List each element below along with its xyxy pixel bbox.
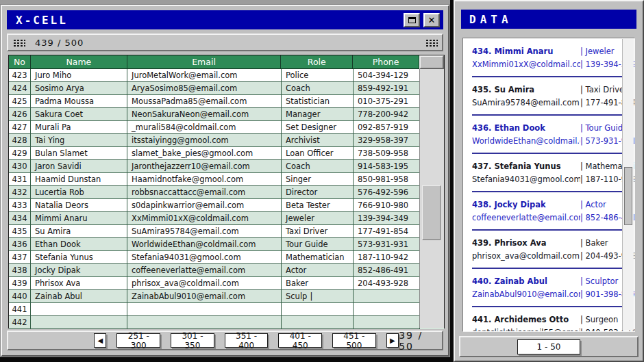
cell-phone[interactable] xyxy=(354,303,420,316)
cell-email[interactable]: Haamidnotfake@gmool.com xyxy=(127,173,282,186)
page-range-button[interactable]: 401 - 450 xyxy=(278,333,322,348)
cell-phone[interactable]: 329-958-397 xyxy=(354,134,420,147)
cell-role[interactable]: Loan Officer xyxy=(282,147,354,160)
cell-role[interactable]: Taxi Driver xyxy=(282,225,354,238)
grip-icon-left[interactable] xyxy=(12,38,25,47)
cell-email[interactable] xyxy=(127,316,282,329)
cell-role[interactable]: Director xyxy=(282,186,354,199)
cell-name[interactable]: Bulan Slamet xyxy=(31,147,127,160)
cell-email[interactable] xyxy=(127,303,282,316)
page-range-button[interactable]: 301 - 350 xyxy=(171,333,214,348)
cell-name[interactable]: Lucertia Rob xyxy=(31,186,127,199)
cell-name[interactable]: Mimmi Anaru xyxy=(31,212,127,225)
cell-phone[interactable]: 204-493-928 xyxy=(354,277,420,290)
cell-role[interactable]: Tour Guide xyxy=(282,238,354,251)
cell-phone[interactable]: 852-486-491 xyxy=(354,264,420,277)
cell-phone[interactable]: 573-931-931 xyxy=(354,238,420,251)
cell-name[interactable]: Natalia Deors xyxy=(31,199,127,212)
cell-name[interactable]: Jocky Dipak xyxy=(31,264,127,277)
cell-no[interactable]: 434 xyxy=(9,212,31,225)
cell-email[interactable]: s0dapinkwarrior@email.com xyxy=(127,199,282,212)
cell-email[interactable]: _murali584@coldmail.com xyxy=(127,121,282,134)
data-titlebar[interactable]: DATA xyxy=(461,10,636,29)
cell-no[interactable]: 431 xyxy=(9,173,31,186)
cell-role[interactable]: Actor xyxy=(282,264,354,277)
cell-no[interactable]: 428 xyxy=(9,134,31,147)
cell-name[interactable]: Su Amira xyxy=(31,225,127,238)
cell-name[interactable]: Tai Ying xyxy=(31,134,127,147)
cell-role[interactable]: Manager xyxy=(282,108,354,121)
prev-page-button[interactable]: ◀ xyxy=(94,333,106,348)
cell-phone[interactable]: 010-375-291 xyxy=(354,95,420,108)
cell-role[interactable]: Jeweler xyxy=(282,212,354,225)
cell-name[interactable]: Padma Moussa xyxy=(31,95,127,108)
grip-icon-right[interactable] xyxy=(425,38,438,47)
next-page-button[interactable]: ▶ xyxy=(386,333,399,348)
cell-no[interactable]: 424 xyxy=(9,82,31,95)
maximize-button[interactable] xyxy=(404,13,420,27)
cell-phone[interactable]: 766-910-980 xyxy=(354,199,420,212)
page-range-button[interactable]: 351 - 400 xyxy=(225,333,269,348)
cell-phone[interactable]: 139-394-349 xyxy=(354,212,420,225)
cell-role[interactable]: Sculp| xyxy=(282,290,354,303)
cell-name[interactable]: Sakura Coet xyxy=(31,108,127,121)
cell-email[interactable]: NeonSakuraNeon@email.com xyxy=(127,108,282,121)
cell-email[interactable]: SuAmira95784@email.com xyxy=(127,225,282,238)
cell-name[interactable]: Phrisox Ava xyxy=(31,277,127,290)
cell-email[interactable]: MoussaPadma85@email.com xyxy=(127,95,282,108)
data-scrollbar-thumb[interactable] xyxy=(624,167,632,225)
cell-email[interactable]: WorldwideEthan@coldmail.com xyxy=(127,238,282,251)
cell-name[interactable]: Zainab Abul xyxy=(31,290,127,303)
cell-phone[interactable]: 914-583-195 xyxy=(354,160,420,173)
table-vertical-scrollbar[interactable] xyxy=(419,69,444,328)
cell-phone[interactable]: 859-492-191 xyxy=(354,82,420,95)
cell-name[interactable]: Ethan Dook xyxy=(31,238,127,251)
cell-no[interactable]: 430 xyxy=(9,160,31,173)
cell-name[interactable]: Murali Pa xyxy=(31,121,127,134)
cell-role[interactable]: Archivist xyxy=(282,134,354,147)
cell-no[interactable]: 436 xyxy=(9,238,31,251)
cell-name[interactable]: Jaron Savidi xyxy=(31,160,127,173)
cell-role[interactable]: Set Designer xyxy=(282,121,354,134)
cell-no[interactable]: 442 xyxy=(9,316,31,329)
table-scrollbar-thumb[interactable] xyxy=(422,185,441,240)
cell-email[interactable]: robbsnaccattacc@email.com xyxy=(127,186,282,199)
cell-phone[interactable]: 778-200-942 xyxy=(354,108,420,121)
close-button[interactable]: ✕ xyxy=(423,13,440,27)
cell-phone[interactable] xyxy=(354,316,420,329)
cell-name[interactable]: Juro Miho xyxy=(31,69,127,82)
cell-phone[interactable]: 177-491-854 xyxy=(354,225,420,238)
cell-role[interactable]: Beta Tester xyxy=(282,199,354,212)
cell-email[interactable]: Jaronthejazzerr10@email.com xyxy=(127,160,282,173)
cell-no[interactable]: 426 xyxy=(9,108,31,121)
cell-phone[interactable]: 504-394-129 xyxy=(354,69,420,82)
page-range-button[interactable]: 451 - 500 xyxy=(332,333,376,348)
cell-role[interactable] xyxy=(282,316,354,329)
cell-role[interactable]: Singer xyxy=(282,173,354,186)
cell-no[interactable]: 435 xyxy=(9,225,31,238)
cell-role[interactable]: Baker xyxy=(282,277,354,290)
cell-phone[interactable]: 738-509-958 xyxy=(354,147,420,160)
cell-email[interactable]: itsstaiyingg@gmool.com xyxy=(127,134,282,147)
cell-name[interactable] xyxy=(31,316,127,329)
cell-phone[interactable]: 576-492-596 xyxy=(354,186,420,199)
cell-email[interactable]: XxMimmi01xX@coldmail.com xyxy=(127,212,282,225)
cell-email[interactable]: phrisox_ava@coldmail.com xyxy=(127,277,282,290)
cell-phone[interactable]: 187-110-942 xyxy=(354,251,420,264)
cell-name[interactable] xyxy=(31,303,127,316)
cell-phone[interactable] xyxy=(354,290,420,303)
cell-name[interactable]: Sosimo Arya xyxy=(31,82,127,95)
cell-role[interactable]: Mathematician xyxy=(282,251,354,264)
cell-no[interactable]: 441 xyxy=(9,303,31,316)
cell-name[interactable]: Stefania Yunus xyxy=(31,251,127,264)
cell-no[interactable]: 437 xyxy=(9,251,31,264)
cell-role[interactable]: Police xyxy=(282,69,354,82)
cell-no[interactable]: 438 xyxy=(9,264,31,277)
cell-email[interactable]: ZainabAbul9010@email.com xyxy=(127,290,282,303)
data-vertical-scrollbar[interactable] xyxy=(622,39,634,331)
cell-no[interactable]: 432 xyxy=(9,186,31,199)
cell-no[interactable]: 440 xyxy=(9,290,31,303)
cell-email[interactable]: JuroMetalWork@email.com xyxy=(127,69,282,82)
cell-email[interactable]: AryaSosimo85@email.com xyxy=(127,82,282,95)
cell-name[interactable]: Haamid Dunstan xyxy=(31,173,127,186)
